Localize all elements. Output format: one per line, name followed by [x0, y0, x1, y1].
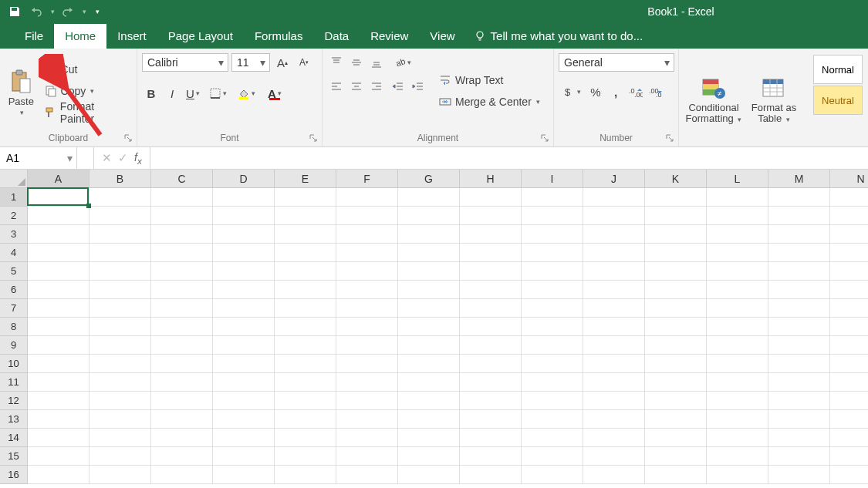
cell[interactable] [522, 244, 583, 262]
tell-me-search[interactable]: Tell me what you want to do... [466, 24, 651, 49]
column-header-M[interactable]: M [768, 170, 830, 188]
row-header-9[interactable]: 9 [0, 336, 28, 355]
cell[interactable] [460, 410, 522, 429]
cell[interactable] [707, 318, 768, 336]
name-box[interactable]: A1 ▾ [0, 147, 77, 169]
cell[interactable] [522, 281, 583, 299]
increase-indent-button[interactable] [409, 78, 427, 96]
bold-button[interactable]: B [142, 84, 160, 103]
cell[interactable] [336, 262, 398, 281]
cell[interactable] [645, 336, 707, 355]
cell[interactable] [583, 244, 645, 262]
cell[interactable] [336, 355, 398, 373]
cell[interactable] [90, 299, 151, 318]
font-size-combo[interactable]: 11▾ [231, 53, 270, 72]
cell[interactable] [460, 207, 522, 225]
cell[interactable] [398, 429, 460, 447]
borders-button[interactable]: ▾ [204, 84, 231, 103]
cell[interactable] [768, 225, 830, 244]
cell[interactable] [707, 244, 768, 262]
cell[interactable] [768, 336, 830, 355]
cell[interactable] [707, 355, 768, 373]
cell[interactable] [213, 429, 275, 447]
cell[interactable] [90, 207, 151, 225]
underline-button[interactable]: U▾ [184, 84, 202, 103]
save-button[interactable] [6, 3, 23, 20]
cell[interactable] [522, 262, 583, 281]
cell[interactable] [28, 262, 90, 281]
align-top-button[interactable] [327, 53, 346, 72]
cell[interactable] [830, 299, 868, 318]
cell[interactable] [460, 355, 522, 373]
cell[interactable] [830, 262, 868, 281]
fill-handle[interactable] [86, 204, 91, 208]
column-header-G[interactable]: G [398, 170, 460, 188]
cell[interactable] [398, 225, 460, 244]
format-painter-button[interactable]: Format Painter [41, 103, 132, 123]
cell[interactable] [336, 410, 398, 429]
cell[interactable] [275, 244, 336, 262]
cell[interactable] [460, 299, 522, 318]
cell[interactable] [28, 281, 90, 299]
cell[interactable] [398, 262, 460, 281]
cell[interactable] [645, 281, 707, 299]
cell[interactable] [213, 410, 275, 429]
cell[interactable] [830, 355, 868, 373]
cell[interactable] [213, 355, 275, 373]
cell[interactable] [583, 447, 645, 466]
font-color-button[interactable]: A ▾ [262, 84, 288, 103]
cell[interactable] [583, 225, 645, 244]
cell[interactable] [830, 244, 868, 262]
redo-dropdown[interactable]: ▾ [83, 8, 86, 15]
cell[interactable] [275, 207, 336, 225]
cell[interactable] [460, 244, 522, 262]
row-header-7[interactable]: 7 [0, 299, 28, 318]
align-left-button[interactable] [327, 78, 346, 96]
cell[interactable] [768, 188, 830, 207]
cell[interactable] [768, 299, 830, 318]
cell[interactable] [213, 225, 275, 244]
cell[interactable] [90, 244, 151, 262]
insert-function-button[interactable]: fx [134, 151, 142, 166]
cell[interactable] [707, 281, 768, 299]
cell[interactable] [707, 392, 768, 410]
number-launcher[interactable] [664, 133, 675, 143]
cell[interactable] [645, 207, 707, 225]
cell[interactable] [583, 207, 645, 225]
cell[interactable] [28, 299, 90, 318]
shrink-font-button[interactable]: A▾ [295, 53, 313, 72]
row-header-11[interactable]: 11 [0, 373, 28, 392]
row-header-13[interactable]: 13 [0, 410, 28, 429]
increase-decimal-button[interactable]: .0.00 [627, 82, 645, 101]
cell[interactable] [583, 429, 645, 447]
column-header-I[interactable]: I [522, 170, 583, 188]
cell[interactable] [583, 355, 645, 373]
cell[interactable] [768, 207, 830, 225]
cell[interactable] [213, 318, 275, 336]
cell[interactable] [28, 466, 90, 484]
merge-center-button[interactable]: Merge & Center ▾ [435, 92, 543, 112]
cell[interactable] [336, 299, 398, 318]
cell[interactable] [830, 410, 868, 429]
cell[interactable] [275, 281, 336, 299]
row-header-15[interactable]: 15 [0, 447, 28, 466]
cell[interactable] [707, 188, 768, 207]
cell[interactable] [398, 355, 460, 373]
cell[interactable] [398, 318, 460, 336]
column-header-B[interactable]: B [90, 170, 151, 188]
cell[interactable] [28, 318, 90, 336]
cell[interactable] [275, 429, 336, 447]
cell[interactable] [336, 429, 398, 447]
cell[interactable] [645, 373, 707, 392]
cell[interactable] [213, 392, 275, 410]
percent-button[interactable]: % [586, 82, 605, 101]
cell[interactable] [583, 392, 645, 410]
number-format-combo[interactable]: General▾ [559, 53, 674, 72]
cell[interactable] [151, 299, 213, 318]
cell[interactable] [90, 373, 151, 392]
cell[interactable] [398, 299, 460, 318]
font-launcher[interactable] [308, 133, 319, 143]
cell[interactable] [336, 207, 398, 225]
cell[interactable] [522, 318, 583, 336]
cell[interactable] [90, 355, 151, 373]
